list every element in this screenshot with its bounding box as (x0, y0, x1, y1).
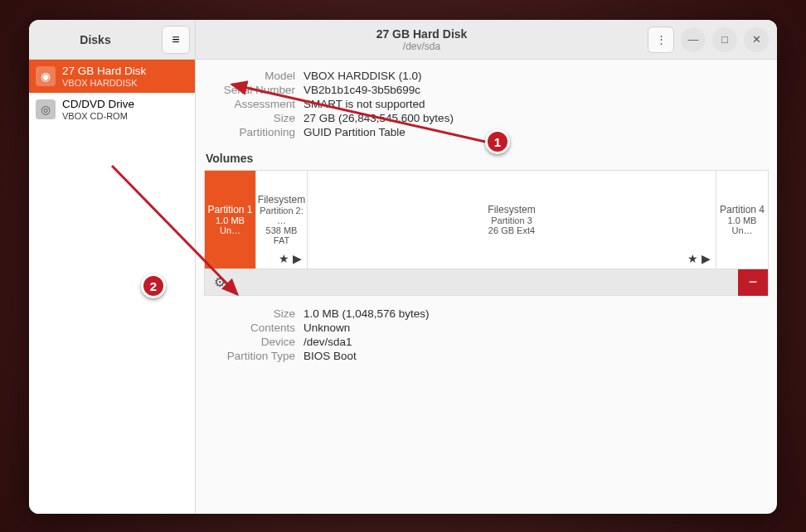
volume-1[interactable]: Filesystem Partition 2: … 538 MB FAT ★ ▶ (256, 171, 308, 268)
partitioning-label: Partitioning (204, 126, 295, 138)
volume-3[interactable]: Partition 4 1.0 MB Un… (716, 171, 768, 268)
hamburger-button[interactable]: ≡ (162, 26, 190, 54)
window-body: ◉ 27 GB Hard Disk VBOX HARDDISK ◎ CD/DVD… (29, 60, 777, 514)
hamburger-icon: ≡ (172, 32, 179, 47)
device-sub: VBOX CD-ROM (62, 111, 134, 122)
device-value: /dev/sda1 (303, 336, 769, 348)
kebab-icon: ⋮ (656, 33, 667, 46)
drive-icon: ◎ (36, 99, 56, 119)
maximize-icon: □ (721, 33, 728, 46)
volume-line3: 26 GB Ext4 (488, 225, 535, 235)
partition-detail-grid: Size 1.0 MB (1,048,576 bytes) Contents U… (204, 307, 769, 362)
app-title: Disks (29, 33, 162, 46)
model-value: VBOX HARDDISK (1.0) (303, 70, 769, 82)
ptype-label: Partition Type (204, 350, 295, 362)
kebab-menu-button[interactable]: ⋮ (648, 27, 674, 53)
delete-partition-button[interactable]: − (738, 269, 768, 296)
disk-info-grid: Model VBOX HARDDISK (1.0) Serial Number … (204, 70, 769, 138)
device-name: 27 GB Hard Disk (62, 65, 146, 78)
model-label: Model (204, 70, 295, 82)
drive-icon: ◉ (36, 66, 56, 86)
contents-label: Contents (204, 322, 295, 334)
titlebar-center: 27 GB Hard Disk /dev/sda (196, 20, 648, 59)
minimize-icon: — (688, 33, 699, 46)
volume-line2: 1.0 MB Un… (206, 215, 254, 235)
ptype-value: BIOS Boot (303, 350, 769, 362)
assessment-label: Assessment (204, 98, 295, 110)
titlebar-right: ⋮ — □ ✕ (648, 20, 777, 59)
gear-icon: ⚙ (214, 274, 226, 290)
volume-icons: ★ ▶ (687, 252, 711, 265)
volume-line1: Partition 4 (720, 204, 765, 215)
volume-icons: ★ ▶ (279, 252, 302, 265)
volume-line3: 538 MB FAT (258, 225, 305, 245)
device-sidebar: ◉ 27 GB Hard Disk VBOX HARDDISK ◎ CD/DVD… (29, 60, 196, 514)
device-item-1[interactable]: ◎ CD/DVD Drive VBOX CD-ROM (29, 93, 195, 126)
volume-0[interactable]: Partition 1 1.0 MB Un… (205, 171, 256, 268)
volume-line2: Partition 2: … (258, 206, 305, 225)
device-text: 27 GB Hard Disk VBOX HARDDISK (62, 65, 146, 88)
volume-line1: Filesystem (488, 204, 535, 215)
titlebar-left: Disks ≡ (29, 20, 196, 59)
device-item-0[interactable]: ◉ 27 GB Hard Disk VBOX HARDDISK (29, 60, 195, 93)
disk-title: 27 GB Hard Disk (376, 27, 468, 41)
assessment-value: SMART is not supported (303, 98, 769, 110)
contents-value: Unknown (303, 322, 769, 334)
maximize-button[interactable]: □ (712, 27, 737, 52)
volume-line2: 1.0 MB Un… (718, 215, 766, 235)
device-sub: VBOX HARDDISK (62, 78, 146, 89)
close-button[interactable]: ✕ (744, 27, 769, 52)
minimize-button[interactable]: — (681, 27, 706, 52)
gear-button[interactable]: ⚙ (205, 269, 235, 296)
size-value: 27 GB (26,843,545,600 bytes) (303, 112, 769, 124)
volume-line1: Partition 1 (207, 204, 252, 215)
disk-subtitle: /dev/sda (403, 41, 440, 52)
volumes-heading: Volumes (206, 152, 769, 165)
close-icon: ✕ (752, 33, 761, 46)
serial-value: VB2b1b1c49-3b5b699c (303, 84, 769, 96)
partitioning-value: GUID Partition Table (303, 126, 769, 138)
disks-window: Disks ≡ 27 GB Hard Disk /dev/sda ⋮ — □ ✕… (29, 20, 777, 514)
titlebar: Disks ≡ 27 GB Hard Disk /dev/sda ⋮ — □ ✕ (29, 20, 777, 60)
volume-line2: Partition 3 (491, 215, 532, 225)
volume-2[interactable]: Filesystem Partition 3 26 GB Ext4 ★ ▶ (308, 171, 716, 268)
volumes-toolbar: ⚙ − (204, 269, 769, 296)
device-text: CD/DVD Drive VBOX CD-ROM (62, 98, 134, 121)
device-label: Device (204, 336, 295, 348)
psize-label: Size (204, 307, 295, 320)
device-name: CD/DVD Drive (62, 98, 134, 111)
volumes-strip: Partition 1 1.0 MB Un… Filesystem Partit… (204, 170, 769, 269)
psize-value: 1.0 MB (1,048,576 bytes) (303, 307, 769, 320)
minus-icon: − (749, 273, 758, 291)
size-label: Size (204, 112, 295, 124)
serial-label: Serial Number (204, 84, 295, 96)
volume-line1: Filesystem (258, 194, 305, 206)
main-panel: Model VBOX HARDDISK (1.0) Serial Number … (196, 60, 777, 514)
